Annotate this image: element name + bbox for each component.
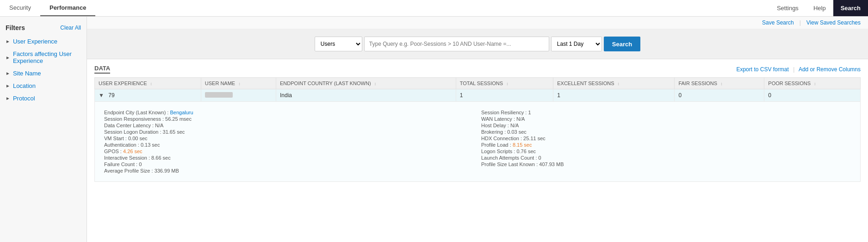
data-header-row: DATA Export to CSV format | Add or Remov… <box>94 65 861 74</box>
col-header-fair-sessions: FAIR SESSIONS ↕ <box>675 78 764 89</box>
data-section: DATA Export to CSV format | Add or Remov… <box>87 59 868 182</box>
data-table: USER EXPERIENCE ↕ USER NAME ↕ ENDPOINT C… <box>94 77 861 182</box>
search-nav-item[interactable]: Search <box>833 0 868 16</box>
cell-fair-sessions: 0 <box>675 89 764 102</box>
detail-grid: Endpoint City (Last Known) : Bengaluru S… <box>99 105 856 179</box>
cell-user-name <box>201 89 276 102</box>
sort-icon[interactable]: ↕ <box>238 81 241 86</box>
detail-item: WAN Latency : N/A <box>481 116 851 122</box>
detail-item: Authentication : 0.13 sec <box>104 142 474 148</box>
redacted-username <box>205 92 233 98</box>
sort-icon[interactable]: ↕ <box>720 81 723 86</box>
main-layout: Filters Clear All ► User Experience ► Fa… <box>0 17 868 242</box>
top-nav-right: Settings Help Search <box>769 0 868 16</box>
detail-item: Interactive Session : 8.66 sec <box>104 155 474 161</box>
sidebar-item-protocol[interactable]: ► Protocol <box>0 92 87 105</box>
detail-item: Session Logon Duration : 31.65 sec <box>104 129 474 135</box>
detail-item: GPOS : 4.26 sec <box>104 148 474 155</box>
sort-icon[interactable]: ↕ <box>814 81 816 86</box>
detail-item: HDX Connection : 25.11 sec <box>481 135 851 142</box>
sidebar-item-site-name[interactable]: ► Site Name <box>0 67 87 80</box>
save-search-bar: Save Search | View Saved Searches <box>87 17 868 29</box>
detail-item: Host Delay : N/A <box>481 122 851 129</box>
cell-total-sessions: 1 <box>456 89 553 102</box>
content-area: Save Search | View Saved Searches Users … <box>87 17 868 242</box>
col-header-user-name: USER NAME ↕ <box>201 78 276 89</box>
col-header-total-sessions: TOTAL SESSIONS ↕ <box>456 78 553 89</box>
chevron-right-icon: ► <box>6 83 10 88</box>
sidebar-item-user-experience[interactable]: ► User Experience <box>0 35 87 48</box>
actions-divider: | <box>793 66 794 73</box>
detail-item: Profile Size Last Known : 407.93 MB <box>481 161 851 168</box>
search-query-input[interactable] <box>364 37 549 51</box>
cell-endpoint-country: India <box>276 89 456 102</box>
search-bar: Users Sessions Applications Machines Las… <box>315 37 640 51</box>
col-header-user-experience: USER EXPERIENCE ↕ <box>95 78 201 89</box>
export-csv-link[interactable]: Export to CSV format <box>736 66 788 73</box>
detail-item: Failure Count : 0 <box>104 161 474 168</box>
bengaluru-link[interactable]: Bengaluru <box>170 110 193 115</box>
time-range-dropdown[interactable]: Last 1 Day Last 1 Week Last 1 Month <box>551 37 602 51</box>
cell-poor-sessions: 0 <box>764 89 861 102</box>
table-header-row: USER EXPERIENCE ↕ USER NAME ↕ ENDPOINT C… <box>95 78 861 89</box>
col-header-excellent-sessions: EXCELLENT SESSIONS ↕ <box>553 78 675 89</box>
detail-item: Endpoint City (Last Known) : Bengaluru <box>104 109 474 116</box>
detail-item: Logon Scripts : 0.76 sec <box>481 148 851 155</box>
chevron-right-icon: ► <box>6 55 10 60</box>
search-category-dropdown[interactable]: Users Sessions Applications Machines <box>315 37 362 51</box>
sidebar-item-factors[interactable]: ► Factors affecting User Experience <box>0 48 87 67</box>
data-actions: Export to CSV format | Add or Remove Col… <box>736 66 861 73</box>
detail-item: VM Start : 0.00 sec <box>104 135 474 142</box>
clear-all-button[interactable]: Clear All <box>60 25 81 31</box>
data-label: DATA <box>94 65 110 74</box>
sort-icon[interactable]: ↕ <box>506 81 508 86</box>
expand-button[interactable]: ▼ <box>99 92 104 99</box>
table-detail-cell: Endpoint City (Last Known) : Bengaluru S… <box>95 102 861 182</box>
top-navigation: Security Performance Settings Help Searc… <box>0 0 868 17</box>
col-header-poor-sessions: POOR SESSIONS ↕ <box>764 78 861 89</box>
detail-item: Launch Attempts Count : 0 <box>481 155 851 161</box>
view-saved-searches-link[interactable]: View Saved Searches <box>806 19 861 26</box>
divider: | <box>800 19 801 26</box>
search-button[interactable]: Search <box>604 37 640 51</box>
help-nav-item[interactable]: Help <box>806 0 833 16</box>
tab-security[interactable]: Security <box>0 0 40 16</box>
chevron-right-icon: ► <box>6 39 10 44</box>
col-header-endpoint-country: ENDPOINT COUNTRY (LAST KNOWN) ↕ <box>276 78 456 89</box>
table-row: ▼ 79 India 1 1 0 0 <box>95 89 861 102</box>
cell-user-experience: ▼ 79 <box>95 89 201 102</box>
chevron-right-icon: ► <box>6 71 10 76</box>
nav-tabs: Security Performance <box>0 0 95 16</box>
detail-item: Average Profile Size : 336.99 MB <box>104 168 474 174</box>
add-remove-columns-link[interactable]: Add or Remove Columns <box>799 66 861 73</box>
detail-item: Brokering : 0.03 sec <box>481 129 851 135</box>
search-bar-area: Users Sessions Applications Machines Las… <box>87 29 868 59</box>
chevron-right-icon: ► <box>6 96 10 101</box>
detail-item: Session Responsiveness : 56.25 msec <box>104 116 474 122</box>
save-search-link[interactable]: Save Search <box>762 19 794 26</box>
sort-icon[interactable]: ↕ <box>618 81 620 86</box>
cell-excellent-sessions: 1 <box>553 89 675 102</box>
sidebar-item-location[interactable]: ► Location <box>0 80 87 92</box>
detail-left-col: Endpoint City (Last Known) : Bengaluru S… <box>100 108 477 175</box>
table-row-detail: Endpoint City (Last Known) : Bengaluru S… <box>95 102 861 182</box>
filters-title: Filters <box>6 24 25 31</box>
sidebar-header: Filters Clear All <box>0 20 87 35</box>
detail-item: Data Center Latency : N/A <box>104 122 474 129</box>
settings-nav-item[interactable]: Settings <box>769 0 806 16</box>
sidebar: Filters Clear All ► User Experience ► Fa… <box>0 17 87 242</box>
tab-performance[interactable]: Performance <box>40 0 95 16</box>
detail-item: Profile Load : 8.15 sec <box>481 142 851 148</box>
sort-icon[interactable]: ↕ <box>374 81 377 86</box>
detail-right-col: Session Resiliency : 1 WAN Latency : N/A… <box>477 108 855 175</box>
detail-item: Session Resiliency : 1 <box>481 109 851 116</box>
sort-icon[interactable]: ↕ <box>150 81 153 86</box>
